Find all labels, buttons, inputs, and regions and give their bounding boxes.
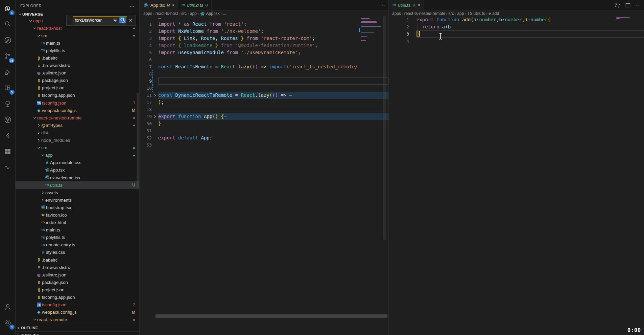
tree-item--babelrc[interactable]: β.babelrc	[16, 54, 139, 62]
tab-utils-d-ts[interactable]: TSutils.d.tsU	[178, 0, 212, 10]
activitybar-extensions-icon[interactable]: 3	[2, 82, 14, 94]
sidebar-scrollbar[interactable]	[137, 93, 139, 188]
tree-item-tsconfig-json[interactable]: TStsconfig.json1	[16, 99, 139, 107]
chevron-right-icon	[40, 198, 45, 202]
eslint-file-icon: ◎	[36, 71, 42, 75]
tree-item-react-ts-remote[interactable]: react-ts-remote●	[16, 316, 139, 323]
code-editor[interactable]: ⋯1import * as React from 'react';2import…	[140, 16, 388, 149]
activitybar-graph-circle-icon[interactable]	[2, 114, 14, 126]
activitybar-double-chevron-icon[interactable]	[2, 130, 14, 141]
tree-item-project-json[interactable]: {}project.json	[16, 84, 139, 92]
token: import	[269, 64, 287, 69]
fold-chevron-icon[interactable]	[152, 113, 158, 120]
tree-item--browserslistrc[interactable]: ≡.browserslistrc	[16, 62, 139, 69]
breadcrumb-item[interactable]: ❖add	[488, 11, 499, 16]
tree-item-project-json[interactable]: {}project.json	[16, 286, 139, 293]
breadcrumb-item[interactable]: src	[181, 11, 187, 16]
tree-item-main-ts[interactable]: TSmain.ts	[16, 226, 139, 234]
tree-item-index-html[interactable]: <>index.html	[16, 219, 139, 226]
json-file-icon: {}	[36, 281, 42, 284]
tree-item-package-json[interactable]: {}package.json	[16, 278, 139, 286]
fold-gutter	[152, 56, 158, 63]
tree-item-polyfills-ts[interactable]: TSpolyfills.ts	[16, 234, 139, 241]
drag-grip-icon[interactable]: ⠿	[69, 18, 72, 23]
css-file-icon: #	[44, 160, 50, 165]
tree-item--babelrc[interactable]: β.babelrc	[16, 256, 139, 264]
tree-item-favicon-ico[interactable]: ★favicon.ico	[16, 211, 139, 219]
tree-item-bootstrap-tsx[interactable]: bootstrap.tsx	[16, 204, 139, 211]
horizontal-scrollbar[interactable]	[156, 314, 387, 318]
dirty-indicator-icon[interactable]: ●	[172, 3, 174, 7]
tree-item-src[interactable]: src●	[16, 144, 139, 152]
activitybar-pen-circle-icon[interactable]	[2, 35, 14, 46]
token: export	[416, 17, 436, 22]
tree-item-app-tsx[interactable]: App.tsx	[16, 166, 139, 174]
tree-item-polyfills-ts[interactable]: TSpolyfills.ts	[16, 47, 139, 54]
fuzzy-search-toggle-icon[interactable]	[119, 17, 126, 23]
activitybar-source-control-icon[interactable]: 38	[2, 50, 14, 62]
tree-item--browserslistrc[interactable]: ≡.browserslistrc	[16, 264, 139, 271]
close-icon[interactable]: ×	[418, 3, 420, 7]
tree-item-react-ts-nested-remote[interactable]: react-ts-nested-remote●	[16, 114, 139, 121]
tab-app-tsx[interactable]: App.tsxM●	[140, 0, 178, 10]
tree-item-styles-css[interactable]: #styles.css	[16, 249, 139, 256]
activitybar-search-icon[interactable]	[2, 19, 14, 30]
timeline-section-header[interactable]: TIMELINE	[16, 331, 139, 335]
activitybar-wave-icon[interactable]	[2, 162, 14, 173]
outline-section-header[interactable]: OUTLINE	[16, 324, 139, 332]
breadcrumb-item[interactable]: react-ts-host	[156, 11, 178, 16]
tree-item-webpack-config-js[interactable]: ◈webpack.config.jsM	[16, 107, 139, 114]
breadcrumb-item[interactable]: apps	[143, 11, 152, 16]
sidebar-more-actions-icon[interactable]: ···	[129, 3, 135, 9]
tree-item-dist[interactable]: dist	[16, 129, 139, 136]
breadcrumb-item[interactable]: apps	[392, 11, 401, 16]
breadcrumb-item[interactable]: app	[190, 11, 197, 16]
activitybar-run-debug-icon[interactable]	[2, 66, 14, 78]
split-editor-icon[interactable]	[625, 2, 631, 8]
editor-more-actions-icon[interactable]: ⋯	[636, 2, 641, 8]
breadcrumb-item[interactable]: App.tsx	[200, 11, 219, 16]
tree-item-tsconfig-json[interactable]: TStsconfig.json2	[16, 301, 139, 309]
code-editor[interactable]: 1export function add(a:number,b:number,)…	[389, 16, 644, 45]
tree-item-nx-welcome-tsx[interactable]: nx-welcome.tsx	[16, 174, 139, 181]
vertical-scrollbar[interactable]	[383, 16, 386, 240]
filter-icon[interactable]	[112, 17, 119, 23]
tree-item--eslintrc-json[interactable]: ◎.eslintrc.json	[16, 271, 139, 278]
tree-item-app-module-css[interactable]: #App.module.css	[16, 159, 139, 166]
tree-item-tsconfig-app-json[interactable]: {}tsconfig.app.json	[16, 92, 139, 99]
tree-item--mf-types[interactable]: @mf-types●	[16, 121, 139, 129]
breadcrumb-item[interactable]: app	[457, 11, 464, 16]
tree-item-assets[interactable]: assets	[16, 189, 139, 196]
tree-item--eslintrc-json[interactable]: ◎.eslintrc.json	[16, 69, 139, 77]
find-input[interactable]	[73, 18, 112, 23]
activitybar-tree-icon[interactable]	[2, 98, 14, 110]
activitybar-settings-gear-icon[interactable]: 1	[2, 317, 14, 329]
tree-item-src[interactable]: src●	[16, 32, 139, 39]
breadcrumb-item[interactable]: ...	[223, 11, 226, 16]
tree-item-node-modules[interactable]: node_modules	[16, 137, 139, 144]
token: loadRemote	[184, 43, 212, 48]
swap-editors-icon[interactable]	[615, 2, 620, 8]
tab-utils-ts[interactable]: TSutils.tsU×	[389, 0, 424, 10]
breadcrumb-item[interactable]: src	[449, 11, 454, 16]
tree-item-remote-entry-ts[interactable]: TSremote-entry.ts	[16, 241, 139, 249]
activitybar-grid-icon[interactable]	[2, 146, 14, 157]
minimap[interactable]	[361, 17, 382, 43]
breadcrumb-item[interactable]: TSutils.ts	[467, 11, 485, 16]
tree-item-app[interactable]: app●	[16, 152, 139, 159]
tree-item-environments[interactable]: environments	[16, 196, 139, 204]
close-icon[interactable]: ✕	[129, 18, 133, 23]
tree-item-utils-ts[interactable]: TSutils.tsU	[16, 181, 139, 189]
tree-item-package-json[interactable]: {}package.json	[16, 77, 139, 84]
tree-item-main-ts[interactable]: TSmain.ts	[16, 39, 139, 47]
activitybar-account-icon[interactable]	[2, 301, 14, 313]
tree-item-webpack-config-js[interactable]: ◈webpack.config.jsM	[16, 309, 139, 316]
tree-item-tsconfig-app-json[interactable]: {}tsconfig.app.json	[16, 293, 139, 301]
minimap[interactable]	[616, 17, 633, 22]
breadcrumb-item[interactable]: react-ts-nested-remote	[404, 11, 445, 16]
editor-more-actions-icon[interactable]: ⋯	[380, 2, 385, 8]
tree-item-label: assets	[45, 190, 58, 195]
token: Route	[201, 36, 215, 41]
fold-chevron-icon[interactable]	[152, 92, 158, 99]
activitybar-explorer-icon[interactable]: 1	[2, 3, 14, 14]
